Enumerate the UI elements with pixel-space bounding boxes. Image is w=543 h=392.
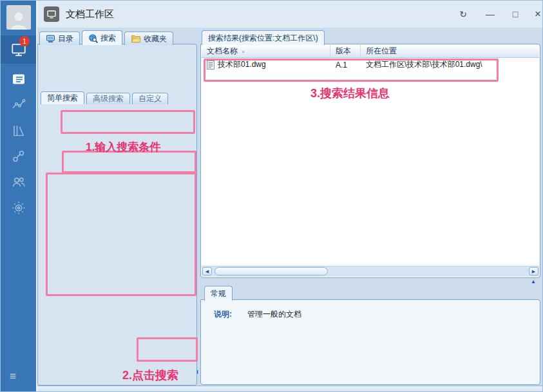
app-icon	[44, 6, 59, 22]
tab-label: 搜索结果(搜索位置:文档工作区\)	[208, 33, 318, 44]
collapse-up-icon[interactable]: ▲	[531, 279, 536, 285]
left-tabbar: 目录 搜索 收藏夹	[39, 30, 173, 45]
line-chart-icon	[11, 97, 26, 113]
scroll-right-icon[interactable]: ▶	[529, 267, 538, 275]
sidebar-item-workspace[interactable]	[1, 35, 36, 64]
tab-label: 收藏夹	[144, 33, 167, 44]
favorites-folder-icon	[131, 35, 141, 43]
sort-asc-icon: ▲	[241, 49, 245, 53]
titlebar: 文档工作区 ↻ — □ ×	[36, 1, 543, 28]
column-label: 文档名称	[207, 46, 238, 57]
minimize-button[interactable]: —	[483, 7, 497, 21]
scroll-left-icon[interactable]: ◀	[202, 267, 212, 275]
gear-icon	[11, 200, 26, 216]
tab-label: 高级搜索	[93, 93, 124, 104]
tab-search-results[interactable]: 搜索结果(搜索位置:文档工作区\)	[202, 30, 325, 45]
refresh-icon[interactable]: ↻	[456, 7, 470, 21]
tab-favorites[interactable]: 收藏夹	[124, 32, 173, 45]
avatar[interactable]	[6, 5, 31, 30]
tab-label: 自定义	[138, 93, 162, 104]
sidebar-item-settings[interactable]	[1, 194, 36, 222]
sidebar-item-contacts[interactable]	[1, 168, 36, 196]
column-location[interactable]: 所在位置	[361, 45, 539, 57]
column-label: 所在位置	[366, 46, 397, 57]
tab-simple-search[interactable]: 简单搜索	[41, 91, 84, 104]
people-icon	[11, 174, 26, 190]
window-bottom-border	[36, 386, 543, 392]
document-workspace-window: 1	[0, 0, 543, 392]
close-button[interactable]: ×	[531, 7, 543, 21]
tab-custom-search[interactable]: 自定义	[132, 93, 168, 104]
tab-search[interactable]: 搜索	[82, 30, 122, 45]
folder-list-icon	[11, 71, 26, 87]
tab-label: 常规	[211, 288, 226, 299]
version-cell: A.1	[336, 61, 347, 70]
horizontal-scrollbar[interactable]: ◀ ▶	[202, 266, 539, 277]
tab-advanced-search[interactable]: 高级搜索	[86, 93, 130, 104]
sidebar-item-activity[interactable]	[1, 91, 36, 119]
search-mode-tabbar: 简单搜索 高级搜索 自定义	[41, 91, 168, 104]
menu-icon[interactable]: ≡	[10, 370, 16, 383]
books-icon	[11, 123, 26, 138]
person-icon	[8, 10, 30, 30]
notification-badge: 1	[19, 36, 30, 46]
tab-label: 搜索	[100, 33, 116, 44]
tab-directory[interactable]: 目录	[39, 32, 80, 45]
page-title: 文档工作区	[66, 8, 114, 21]
location-cell: 文档工作区\技术部\技术部01.dwg\	[366, 59, 482, 70]
description-label: 说明:	[214, 309, 232, 320]
sidebar-divider	[36, 1, 37, 392]
detail-panel: 说明: 管理一般的文档	[200, 299, 540, 385]
search-globe-icon	[88, 33, 98, 43]
monitor-icon	[46, 9, 57, 19]
column-doc-name[interactable]: 文档名称 ▲	[202, 45, 330, 57]
tab-label: 简单搜索	[47, 93, 78, 104]
column-version[interactable]: 版本	[330, 45, 361, 57]
share-nodes-icon	[11, 149, 26, 164]
results-table: 文档名称 ▲ 版本 所在位置 技术部01.dwg A.1 文档工作区\技术部\技…	[200, 44, 540, 278]
detail-tabbar: 常规	[204, 286, 233, 301]
table-row[interactable]: 技术部01.dwg A.1 文档工作区\技术部\技术部01.dwg\	[202, 58, 539, 71]
table-header: 文档名称 ▲ 版本 所在位置	[202, 45, 539, 58]
sidebar-item-documents[interactable]	[1, 65, 36, 93]
description-value: 管理一般的文档	[247, 309, 301, 320]
maximize-button[interactable]: □	[508, 7, 522, 21]
results-tabbar: 搜索结果(搜索位置:文档工作区\)	[202, 30, 325, 45]
sidebar-item-share[interactable]	[1, 142, 36, 171]
column-label: 版本	[336, 46, 351, 57]
document-icon	[207, 61, 214, 70]
computer-icon	[46, 35, 55, 43]
scrollbar-thumb[interactable]	[214, 267, 328, 275]
tab-general[interactable]: 常规	[204, 286, 233, 301]
app-sidebar: 1	[1, 1, 36, 392]
tab-label: 目录	[58, 33, 73, 44]
sidebar-item-library[interactable]	[1, 117, 36, 145]
doc-name-cell: 技术部01.dwg	[218, 59, 266, 70]
